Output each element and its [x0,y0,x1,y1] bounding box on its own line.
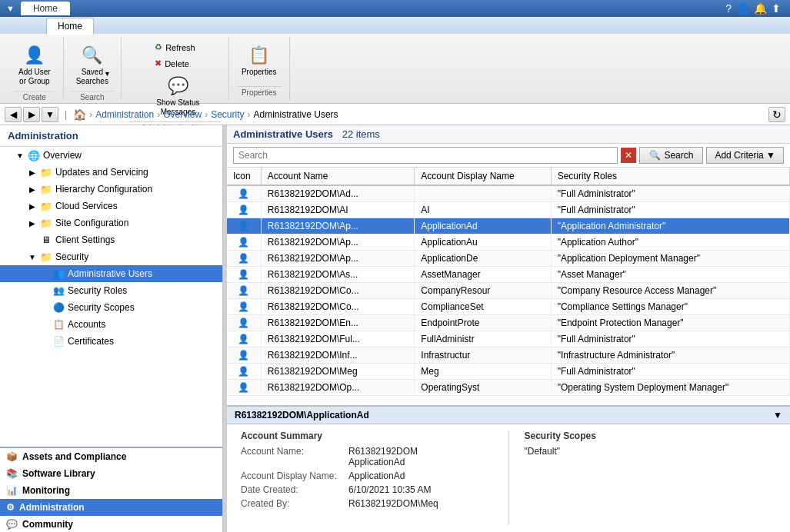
sidebar-item-security-scopes[interactable]: ▶ 🔵 Security Scopes [0,299,222,316]
saved-searches-icon: 🔍 [80,43,105,68]
row-icon: 👤 [227,267,261,283]
sidebar-item-updates[interactable]: ▶ 📁 Updates and Servicing [0,164,222,181]
nav-item-community[interactable]: 💬 Community [0,516,222,532]
sidebar-item-client-settings[interactable]: ▶ 🖥 Client Settings [0,231,222,248]
row-display-name: CompanyResour [415,283,551,299]
breadcrumb-refresh-button[interactable]: ↻ [768,107,785,122]
table-row[interactable]: 👤R61382192DOM\MegMeg"Full Administrator" [227,364,790,380]
col-display-name[interactable]: Account Display Name [415,168,551,185]
row-icon: 👤 [227,283,261,299]
expand-hierarchy-icon[interactable]: ▶ [28,185,37,194]
sidebar-item-security[interactable]: ▼ 📁 Security [0,248,222,265]
breadcrumb-overview[interactable]: Overview [163,109,202,120]
sidebar-item-hierarchy[interactable]: ▶ 📁 Hierarchy Configuration [0,181,222,198]
nav-item-assets[interactable]: 📦 Assets and Compliance [0,448,222,465]
community-icon: 💬 [6,519,18,530]
administration-icon: ⚙ [6,502,15,513]
user-icon: 👤 [736,2,749,15]
maximize-btn[interactable]: ⬆ [772,2,781,15]
security-roles-label: Security Roles [68,285,127,296]
col-icon[interactable]: Icon [227,168,261,185]
search-bar: ✕ 🔍 Search Add Criteria ▼ [227,144,790,168]
account-name-value: R61382192DOM ApplicationAd [348,446,418,467]
sidebar-item-cloud[interactable]: ▶ 📁 Cloud Services [0,198,222,214]
row-display-name: ApplicationAd [415,218,551,234]
security-scopes-icon: 🔵 [52,301,65,314]
table-row[interactable]: 👤R61382192DOM\Ap...ApplicationAu"Applica… [227,234,790,251]
expand-overview-icon[interactable]: ▼ [15,151,25,160]
table-row[interactable]: 👤R61382192DOM\Ad..."Full Administrator" [227,185,790,202]
sidebar-item-overview[interactable]: ▼ 🌐 Overview [0,147,222,164]
detail-row-created-by: Created By: R61382192DOM\Meq [241,498,493,509]
search-button[interactable]: 🔍 Search [639,147,703,164]
security-scopes-title: Security Scopes [525,431,777,441]
properties-button[interactable]: 📋 Properties [237,40,282,80]
table-row[interactable]: 👤R61382192DOM\Co...CompanyResour"Company… [227,283,790,299]
minimize-btn[interactable]: 🔔 [754,2,767,15]
nav-item-software[interactable]: 📚 Software Library [0,465,222,482]
overview-icon: 🌐 [28,149,40,161]
row-account-name: R61382192DOM\Meg [261,364,415,380]
sidebar-item-certificates[interactable]: ▶ 📄 Certificates [0,333,222,350]
updates-folder-icon: 📁 [40,166,52,178]
show-status-icon: 💬 [165,74,190,98]
col-security-roles[interactable]: Security Roles [551,168,789,185]
add-user-group-button[interactable]: 👤 Add User or Group [14,40,55,89]
expand-updates-icon[interactable]: ▶ [28,168,37,177]
row-account-name: R61382192DOM\Ap... [261,251,415,267]
row-icon: 👤 [227,380,261,396]
sidebar-item-site-config[interactable]: ▶ 📁 Site Configuration [0,214,222,231]
table-header-row: Icon Account Name Account Display Name S… [227,168,790,185]
account-summary-title: Account Summary [241,431,493,441]
table-row[interactable]: 👤R61382192DOM\Co...ComplianceSet"Complia… [227,299,790,315]
col-account-name[interactable]: Account Name [261,168,415,185]
forward-button[interactable]: ▶ [23,107,40,122]
row-account-name: R61382192DOM\Ap... [261,218,415,234]
expand-security-icon[interactable]: ▼ [28,252,37,261]
sidebar-item-accounts[interactable]: ▶ 📋 Accounts [0,316,222,333]
cloud-folder-icon: 📁 [40,200,52,212]
add-criteria-button[interactable]: Add Criteria ▼ [706,147,784,164]
tab-home[interactable]: Home [21,2,70,15]
table-row[interactable]: 👤R61382192DOM\Inf...Infrastructur"Infras… [227,347,790,364]
help-btn[interactable]: ? [725,2,732,15]
app-menu-btn[interactable]: ▼ [6,4,15,13]
row-icon: 👤 [227,364,261,380]
tab-home[interactable]: Home [46,18,94,35]
table-row[interactable]: 👤R61382192DOM\Op...OperatingSyst"Operati… [227,380,790,396]
table-row[interactable]: 👤R61382192DOM\As...AssetManager"Asset Ma… [227,267,790,283]
search-btn-icon: 🔍 [649,150,661,161]
nav-item-administration[interactable]: ⚙ Administration [0,499,222,516]
sidebar-item-security-roles[interactable]: ▶ 👥 Security Roles [0,282,222,299]
row-display-name: OperatingSyst [415,380,551,396]
refresh-button[interactable]: ♻ Refresh [150,40,200,55]
dropdown-arrow: ▼ [104,70,111,78]
overview-label: Overview [43,150,82,161]
sidebar-item-admin-users[interactable]: ▶ 👥 Administrative Users [0,265,222,282]
table-row[interactable]: 👤R61382192DOM\En...EndpointProte"Endpoin… [227,315,790,331]
row-icon: 👤 [227,315,261,331]
expand-site-icon[interactable]: ▶ [28,218,37,228]
expand-cloud-icon[interactable]: ▶ [28,201,37,211]
row-account-name: R61382192DOM\Inf... [261,347,415,364]
search-clear-button[interactable]: ✕ [621,148,636,163]
search-input[interactable] [233,147,618,164]
ribbon: Home 👤 Add User or Group Create 🔍 Saved … [0,17,790,104]
detail-collapse-btn[interactable]: ▼ [773,410,782,421]
table-row[interactable]: 👤R61382192DOM\Ful...FullAdministr"Full A… [227,331,790,347]
back-button[interactable]: ◀ [5,107,22,122]
breadcrumb-administration[interactable]: Administration [95,109,154,120]
created-by-label: Created By: [241,498,348,509]
search-btn-label: Search [664,150,693,161]
saved-searches-button[interactable]: 🔍 Saved Searches ▼ [72,40,113,89]
row-display-name: AI [415,202,551,218]
table-row[interactable]: 👤R61382192DOM\AIAI"Full Administrator" [227,202,790,218]
main-layout: Administration ▼ 🌐 Overview ▶ 📁 Updates … [0,125,790,532]
table-row[interactable]: 👤R61382192DOM\Ap...ApplicationAd"Applica… [227,218,790,234]
table-row[interactable]: 👤R61382192DOM\Ap...ApplicationDe"Applica… [227,251,790,267]
dropdown-nav-button[interactable]: ▼ [42,107,58,122]
nav-item-monitoring[interactable]: 📊 Monitoring [0,482,222,499]
breadcrumb-security[interactable]: Security [211,109,244,120]
delete-button[interactable]: ✖ Delete [150,56,194,71]
row-account-name: R61382192DOM\En... [261,315,415,331]
